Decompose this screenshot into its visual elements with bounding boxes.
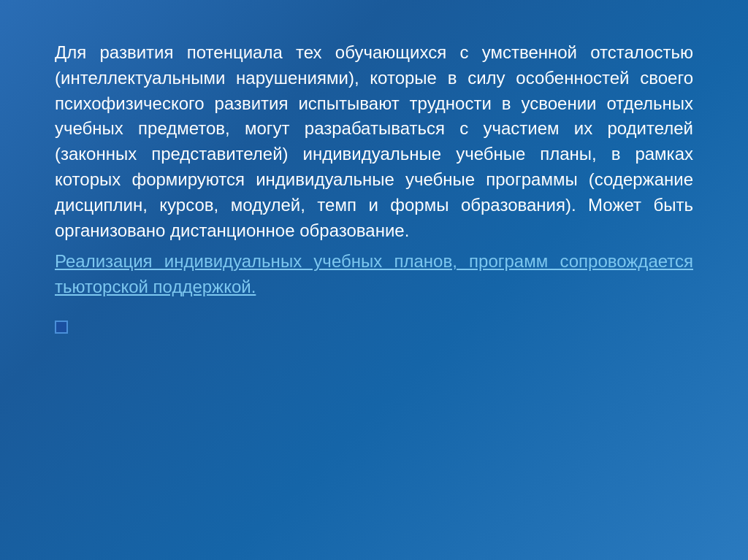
slide-container: Для развития потенциала тех обучающихся …	[0, 0, 748, 560]
highlight-paragraph: Реализация индивидуальных учебных планов…	[55, 249, 693, 300]
bullet-point	[55, 321, 693, 334]
bullet-square-icon	[55, 321, 68, 334]
main-paragraph: Для развития потенциала тех обучающихся …	[55, 40, 693, 243]
